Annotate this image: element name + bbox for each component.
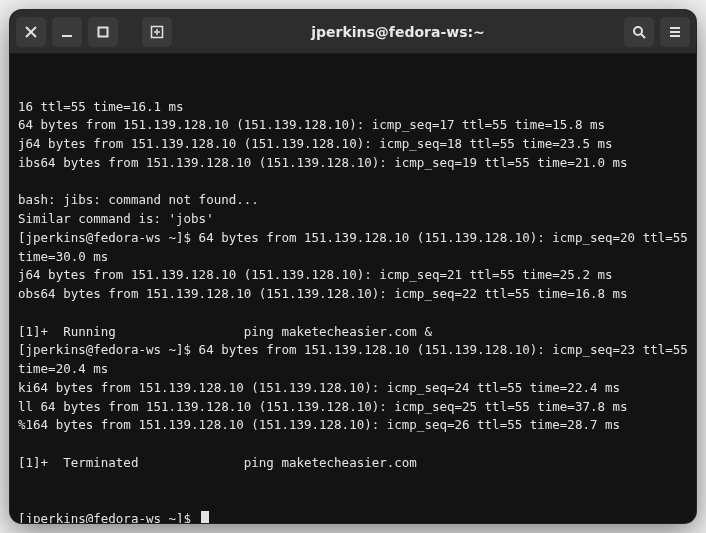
- prompt-line: [jperkins@fedora-ws ~]$: [18, 510, 688, 523]
- terminal-line: ibs64 bytes from 151.139.128.10 (151.139…: [18, 154, 688, 173]
- terminal-line: j64 bytes from 151.139.128.10 (151.139.1…: [18, 135, 688, 154]
- terminal-line: 16 ttl=55 time=16.1 ms: [18, 98, 688, 117]
- minimize-icon: [60, 25, 74, 39]
- terminal-line: [18, 173, 688, 192]
- terminal-line: %164 bytes from 151.139.128.10 (151.139.…: [18, 416, 688, 435]
- terminal-line: [jperkins@fedora-ws ~]$ 64 bytes from 15…: [18, 341, 688, 379]
- terminal-line: [18, 304, 688, 323]
- titlebar: jperkins@fedora-ws:~: [10, 10, 696, 54]
- maximize-icon: [96, 25, 110, 39]
- terminal-line: j64 bytes from 151.139.128.10 (151.139.1…: [18, 266, 688, 285]
- terminal-line: Similar command is: 'jobs': [18, 210, 688, 229]
- terminal-line: [1]+ Running ping maketecheasier.com &: [18, 323, 688, 342]
- new-tab-icon: [150, 25, 164, 39]
- terminal-line: [1]+ Terminated ping maketecheasier.com: [18, 454, 688, 473]
- prompt: [jperkins@fedora-ws ~]$: [18, 511, 199, 523]
- close-icon: [24, 25, 38, 39]
- terminal-window: jperkins@fedora-ws:~ 16 ttl=55 time=16.1…: [10, 10, 696, 523]
- maximize-button[interactable]: [88, 17, 118, 47]
- terminal-line: obs64 bytes from 151.139.128.10 (151.139…: [18, 285, 688, 304]
- terminal-line: 64 bytes from 151.139.128.10 (151.139.12…: [18, 116, 688, 135]
- search-icon: [632, 25, 646, 39]
- close-button[interactable]: [16, 17, 46, 47]
- svg-rect-0: [99, 27, 108, 36]
- terminal-line: [18, 435, 688, 454]
- search-button[interactable]: [624, 17, 654, 47]
- svg-point-2: [634, 27, 642, 35]
- window-title: jperkins@fedora-ws:~: [178, 24, 618, 40]
- new-tab-button[interactable]: [142, 17, 172, 47]
- terminal-line: bash: jibs: command not found...: [18, 191, 688, 210]
- terminal-output: 16 ttl=55 time=16.1 ms64 bytes from 151.…: [18, 98, 688, 473]
- terminal-line: ki64 bytes from 151.139.128.10 (151.139.…: [18, 379, 688, 398]
- terminal-line: ll 64 bytes from 151.139.128.10 (151.139…: [18, 398, 688, 417]
- cursor: [201, 511, 209, 523]
- terminal-body[interactable]: 16 ttl=55 time=16.1 ms64 bytes from 151.…: [10, 54, 696, 523]
- hamburger-icon: [668, 25, 682, 39]
- minimize-button[interactable]: [52, 17, 82, 47]
- terminal-line: [jperkins@fedora-ws ~]$ 64 bytes from 15…: [18, 229, 688, 267]
- menu-button[interactable]: [660, 17, 690, 47]
